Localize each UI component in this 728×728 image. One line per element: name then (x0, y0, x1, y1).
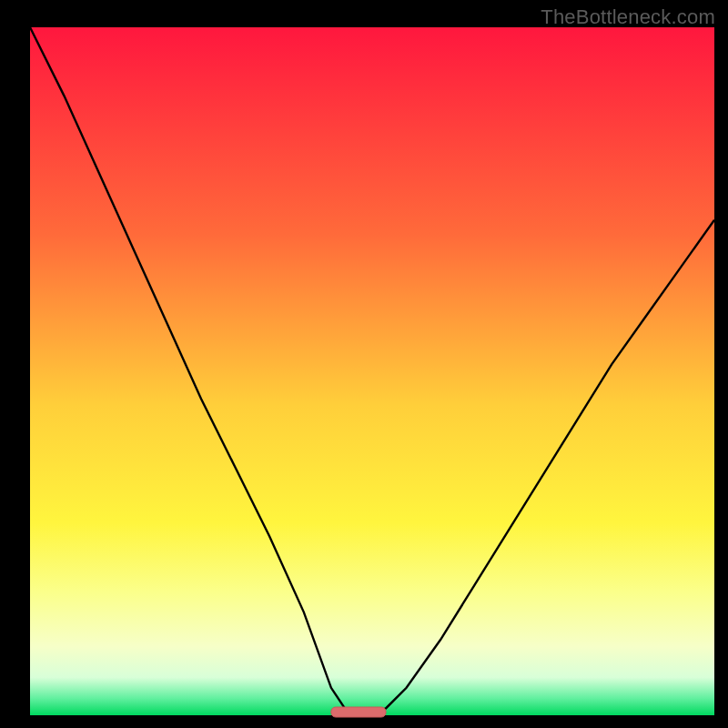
chart-frame: TheBottleneck.com (0, 0, 728, 728)
watermark-text: TheBottleneck.com (541, 5, 715, 29)
plot-background (30, 27, 714, 715)
bottleneck-chart (0, 0, 728, 728)
minimum-marker (331, 707, 386, 717)
